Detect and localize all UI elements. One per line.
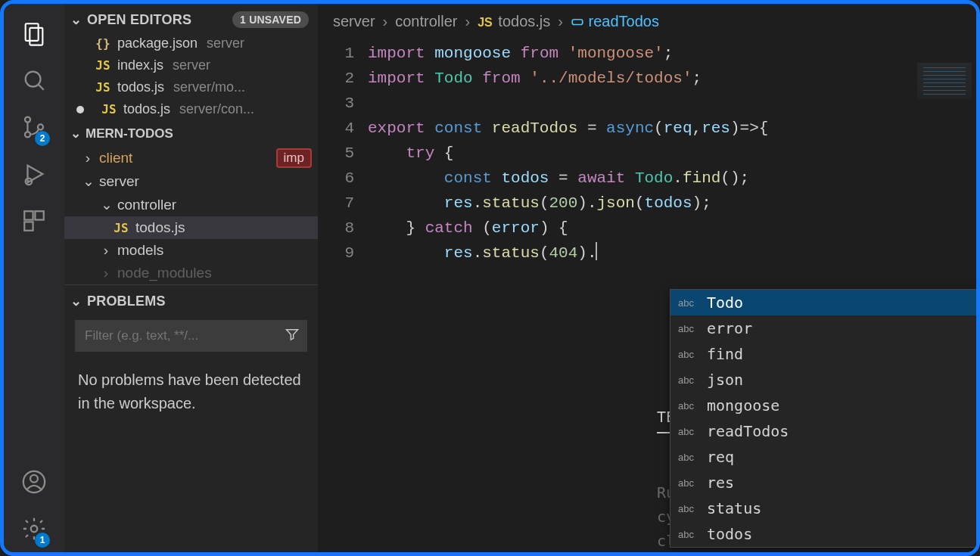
open-editors-header[interactable]: ⌄ OPEN EDITORS 1 UNSAVED [64,4,318,33]
tree-label: todos.js [135,219,185,236]
problems-header[interactable]: ⌄ PROBLEMS [64,285,318,314]
svg-rect-1 [30,28,42,45]
chevron-down-icon: ⌄ [70,293,82,309]
open-editors-title: OPEN EDITORS [87,12,191,28]
problems-filter-input[interactable] [75,320,307,352]
file-icon: JS [95,80,111,95]
tree-label: node_modules [117,265,212,281]
open-editor-item[interactable]: JStodos.jsserver/mo... [64,76,318,98]
sidebar: ⌄ OPEN EDITORS 1 UNSAVED {}package.jsons… [64,4,318,552]
chevron-right-icon: › [383,13,388,30]
suggest-kind-icon: abc [678,452,699,463]
account-icon[interactable] [15,458,53,505]
suggest-item[interactable]: abcTodo [670,290,980,315]
autocomplete-popup[interactable]: abcTodoabcerrorabcfindabcjsonabcmongoose… [670,289,980,548]
svg-point-4 [25,117,30,123]
tree-label: controller [117,197,176,213]
suggest-item[interactable]: abcres [670,470,980,495]
suggest-kind-icon: abc [678,503,699,514]
breadcrumb-item[interactable]: controller [395,13,457,30]
svg-rect-9 [24,211,33,219]
tree-row[interactable]: ›clientimp [64,147,318,169]
suggest-label: Todo [707,294,743,312]
file-icon: JS [113,221,129,235]
chevron-icon: ⌄ [82,172,93,190]
suggest-item[interactable]: abcmongoose [670,393,980,418]
source-control-icon[interactable]: 2 [15,104,53,151]
file-location: server [173,57,210,73]
suggest-label: error [707,319,752,337]
chevron-right-icon: › [465,13,471,30]
suggest-item[interactable]: abcfind [670,341,980,367]
tree-row[interactable]: ⌄controller [64,193,318,216]
file-icon: JS [95,58,111,73]
svg-rect-10 [35,211,43,219]
svg-marker-7 [28,166,43,183]
suggest-item[interactable]: abcreq [670,444,980,470]
extensions-icon[interactable] [15,197,53,244]
suggest-item[interactable]: abcjson [670,367,980,393]
svg-rect-0 [26,23,39,41]
chevron-icon: › [101,265,111,281]
svg-rect-11 [24,222,33,230]
search-icon[interactable] [15,57,53,104]
editor-area: server › controller › JS todos.js › read… [318,4,976,552]
unsaved-badge: 1 UNSAVED [232,11,309,28]
suggest-item[interactable]: abcreadTodos [670,418,980,444]
code-lines[interactable]: import mongoose from 'mongoose';import T… [368,41,976,266]
file-location: server [207,36,244,51]
suggest-kind-icon: abc [678,374,699,386]
open-editor-item[interactable]: {}package.jsonserver [64,33,318,54]
chevron-right-icon: › [558,13,563,30]
file-name: package.json [117,36,198,51]
settings-gear-icon[interactable]: 1 [15,505,53,552]
svg-point-6 [38,124,43,129]
dirty-dot-icon [76,106,84,113]
scm-badge: 2 [35,131,50,146]
file-name: todos.js [123,101,170,117]
folder-root-header[interactable]: ⌄ MERN-TODOS [64,120,318,147]
suggest-kind-icon: abc [678,400,699,412]
tree-row[interactable]: ⌄server [64,169,318,193]
suggest-label: json [707,371,743,389]
tree-label: server [99,173,139,190]
chevron-icon: ⌄ [101,196,111,213]
suggest-label: find [707,345,743,363]
tree-row[interactable]: JStodos.js [64,216,318,239]
tree-label: models [117,242,163,259]
suggest-item[interactable]: abcerror [670,315,980,341]
suggest-label: todos [707,525,752,543]
suggest-item[interactable]: abctodos [670,521,980,547]
breadcrumb-item[interactable]: server [333,13,375,30]
breadcrumb-file[interactable]: todos.js [498,13,550,30]
file-icon: {} [95,36,111,51]
debug-icon[interactable] [15,151,53,197]
filter-icon[interactable] [285,327,300,346]
file-icon: JS [101,102,117,116]
suggest-label: res [707,474,734,492]
tree-row[interactable]: ›models [64,239,318,262]
suggest-item[interactable]: abcstatus [670,495,980,521]
problems-empty-message: No problems have been detected in the wo… [64,358,318,426]
suggest-kind-icon: abc [678,297,699,309]
js-icon: JS [478,16,493,29]
suggest-label: mongoose [707,396,779,415]
tree-row[interactable]: ›node_modules [64,262,318,284]
chevron-icon: › [101,242,111,259]
explorer-icon[interactable] [15,10,53,57]
svg-point-5 [25,132,30,137]
open-editor-item[interactable]: JStodos.jsserver/con... [64,98,318,120]
suggest-kind-icon: abc [678,529,699,540]
minimap[interactable] [917,63,972,99]
chevron-down-icon: ⌄ [70,126,81,141]
svg-rect-15 [572,20,583,25]
open-editor-item[interactable]: JSindex.jsserver [64,54,318,76]
suggest-kind-icon: abc [678,323,699,334]
suggest-kind-icon: abc [678,426,699,437]
code-editor[interactable]: 123456789 import mongoose from 'mongoose… [318,38,976,266]
suggest-label: readTodos [707,422,789,440]
breadcrumb[interactable]: server › controller › JS todos.js › read… [318,4,976,38]
breadcrumb-symbol[interactable]: readTodos [571,13,659,30]
svg-point-2 [26,72,41,87]
line-gutter: 123456789 [318,41,368,266]
